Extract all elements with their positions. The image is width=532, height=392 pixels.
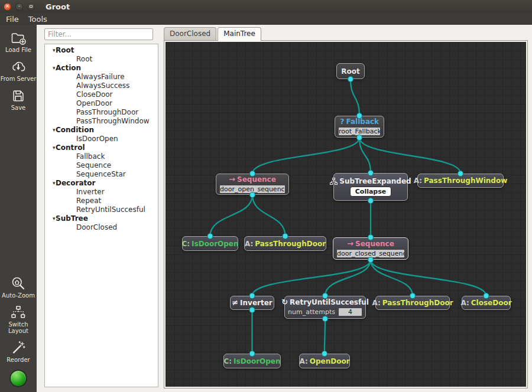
collapse-caret-icon[interactable]: ▾ xyxy=(45,143,56,152)
edge-fallback-to-subtree-expanded xyxy=(359,138,371,173)
collapse-caret-icon[interactable]: ▾ xyxy=(45,126,56,135)
collapse-caret-icon[interactable]: ▾ xyxy=(45,214,56,223)
magic-wand-icon xyxy=(10,339,27,356)
menu-item-tools[interactable]: Tools xyxy=(27,14,53,24)
instance-name-field[interactable]: root_Fallback xyxy=(338,127,381,136)
node-name: PassThroughDoor xyxy=(382,299,453,307)
palette-item-alwayssuccess[interactable]: AlwaysSuccess xyxy=(45,81,158,90)
num-attempts-field[interactable]: 4 xyxy=(338,308,362,316)
canvas[interactable]: Root?Fallbackroot_Fallback→Sequencedoor_… xyxy=(166,42,526,387)
tab-maintree[interactable]: MainTree xyxy=(218,27,261,41)
tab-doorclosed[interactable]: DoorClosed xyxy=(164,27,216,40)
edge-sequence-door-closed-to-retry-until-succesful xyxy=(325,260,371,296)
window-controls: ✕ – xyxy=(4,3,35,11)
node-passthrough-door-1[interactable]: A:PassThroughDoor xyxy=(244,236,326,251)
palette-item-repeat[interactable]: Repeat xyxy=(45,197,158,205)
node-sequence-door-closed[interactable]: →Sequencedoor_closed_sequence xyxy=(333,237,408,260)
sidebar-button-save[interactable]: Save xyxy=(0,87,37,111)
node-sequence-door-open[interactable]: →Sequencedoor_open_sequence xyxy=(216,174,289,195)
palette-item-retryuntilsuccesful[interactable]: RetryUntilSuccesful xyxy=(45,205,158,214)
palette-category-decorator[interactable]: ▾Decorator xyxy=(45,179,158,188)
node-name: IsDoorOpen xyxy=(233,357,280,365)
node-passthrough-door-2[interactable]: A:PassThroughDoor xyxy=(375,296,450,310)
palette-category-control[interactable]: ▾Control xyxy=(45,143,158,152)
palette-item-opendoor[interactable]: OpenDoor xyxy=(45,99,158,108)
node-name: RetryUntilSuccesful xyxy=(290,298,369,306)
sidebar-button-reorder[interactable]: Reorder xyxy=(0,339,37,363)
sidebar-button-label: Load File xyxy=(5,47,31,53)
node-name: PassThroughDoor xyxy=(255,240,326,248)
palette-item-sequence[interactable]: Sequence xyxy=(45,161,158,170)
edge-sequence-door-open-to-isdooropen-1 xyxy=(210,195,253,236)
palette-item-closedoor[interactable]: CloseDoor xyxy=(45,90,158,99)
palette-item-passthroughwindow[interactable]: PassThroughWindow xyxy=(45,117,158,126)
sidebar-button-auto-zoom[interactable]: Auto-Zoom xyxy=(0,275,37,299)
palette-category-subtree[interactable]: ▾SubTree xyxy=(45,214,158,223)
node-isdooropen-1[interactable]: C:IsDoorOpen xyxy=(182,236,238,251)
palette-item-inverter[interactable]: Inverter xyxy=(45,188,158,197)
node-title: A:PassThroughDoor xyxy=(245,240,326,248)
palette-category-root[interactable]: ▾Root xyxy=(45,46,158,55)
instance-name-field[interactable]: door_open_sequence xyxy=(219,185,286,194)
node-title: A:OpenDoor xyxy=(299,357,349,365)
collapse-caret-icon[interactable]: ▾ xyxy=(45,46,56,55)
sidebar-button-load-file[interactable]: Load File xyxy=(0,30,37,53)
palette-item-root[interactable]: Root xyxy=(45,55,158,64)
palette-item-alwaysfailure[interactable]: AlwaysFailure xyxy=(45,73,158,81)
node-name: Sequence xyxy=(237,175,276,184)
instance-name-field[interactable]: door_closed_sequence xyxy=(336,249,405,258)
minimize-button[interactable]: – xyxy=(15,3,23,11)
close-button[interactable]: ✕ xyxy=(4,3,11,11)
palette-item-label: AlwaysFailure xyxy=(76,73,125,81)
arrow-right-icon: → xyxy=(229,175,235,184)
node-type-prefix: A: xyxy=(299,357,307,365)
category-label: Control xyxy=(56,143,85,152)
node-fallback[interactable]: ?Fallbackroot_Fallback xyxy=(335,116,384,138)
question-mark-icon: ? xyxy=(340,117,345,126)
sidebar-button-label: Auto-Zoom xyxy=(2,292,35,299)
palette-item-label: PassThroughDoor xyxy=(76,108,138,116)
maximize-button[interactable] xyxy=(27,3,35,11)
field-label: num_attempts xyxy=(288,308,335,316)
node-inverter[interactable]: ≠Inverter xyxy=(230,296,274,310)
node-retry-until-succesful[interactable]: ↻RetryUntilSuccesfulnum_attempts4 xyxy=(284,296,366,319)
node-isdooropen-2[interactable]: C:IsDoorOpen xyxy=(223,354,281,368)
node-port-row: num_attempts4 xyxy=(285,308,365,316)
node-name: Sequence xyxy=(355,240,394,248)
window-title: Groot xyxy=(46,2,70,11)
node-passthrough-window[interactable]: A:PassThroughWindow xyxy=(417,174,504,188)
palette-item-label: AlwaysSuccess xyxy=(76,81,129,90)
palette-item-isdooropen[interactable]: IsDoorOpen xyxy=(45,135,158,143)
node-subtree-expanded[interactable]: SubTreeExpandedCollapse xyxy=(333,173,408,201)
palette-item-fallback[interactable]: Fallback xyxy=(45,152,158,161)
cloud-download-icon xyxy=(10,58,27,75)
palette-item-doorclosed[interactable]: DoorClosed xyxy=(45,223,158,232)
palette-item-label: Sequence xyxy=(76,161,111,169)
palette-category-condition[interactable]: ▾Condition xyxy=(45,126,158,135)
canvas-frame: Root?Fallbackroot_Fallback→Sequencedoor_… xyxy=(164,40,528,388)
node-closedoor[interactable]: A:CloseDoor xyxy=(462,296,511,310)
menu-item-file[interactable]: File xyxy=(5,14,25,24)
palette-category-action[interactable]: ▾Action xyxy=(45,64,158,73)
palette-tree[interactable]: ▾RootRoot▾ActionAlwaysFailureAlwaysSucce… xyxy=(44,44,158,387)
palette-item-label: SequenceStar xyxy=(76,170,126,178)
tab-bar: DoorClosedMainTree xyxy=(164,27,261,41)
collapse-caret-icon[interactable]: ▾ xyxy=(45,64,56,73)
palette-item-label: OpenDoor xyxy=(76,99,112,107)
palette-item-label: IsDoorOpen xyxy=(76,135,118,143)
sidebar-button-from-server[interactable]: From Server xyxy=(0,58,37,82)
filter-input[interactable] xyxy=(44,28,153,40)
collapse-caret-icon[interactable]: ▾ xyxy=(45,179,56,188)
edge-retry-until-succesful-to-opendoor xyxy=(325,319,325,354)
node-root[interactable]: Root xyxy=(336,63,365,79)
collapse-button[interactable]: Collapse xyxy=(350,187,391,197)
node-name: Inverter xyxy=(240,299,273,307)
zoom-home-icon xyxy=(10,275,27,292)
node-title: C:IsDoorOpen xyxy=(181,240,238,248)
node-opendoor[interactable]: A:OpenDoor xyxy=(299,354,350,368)
palette-item-sequencestar[interactable]: SequenceStar xyxy=(45,170,158,179)
tree-layout-icon xyxy=(10,304,27,321)
node-type-prefix: C: xyxy=(223,357,232,365)
sidebar-button-switch-layout[interactable]: Switch Layout xyxy=(0,304,37,334)
palette-item-passthroughdoor[interactable]: PassThroughDoor xyxy=(45,108,158,117)
